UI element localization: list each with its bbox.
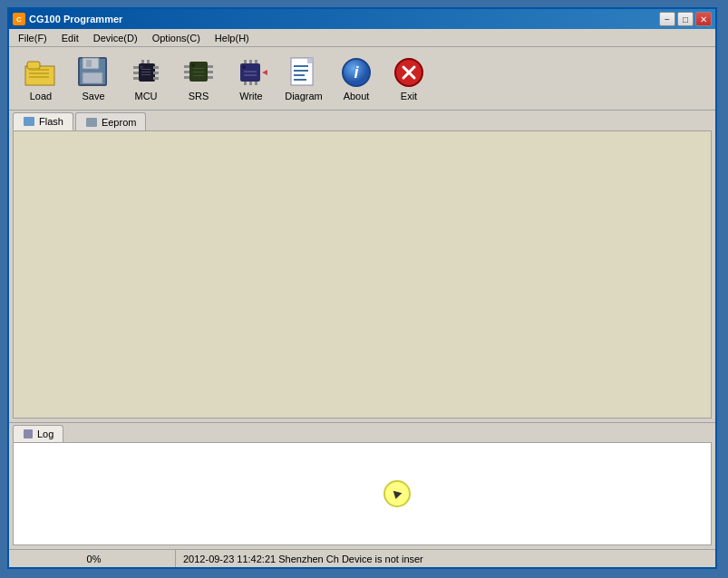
- svg-rect-26: [208, 65, 213, 68]
- app-icon: C: [13, 13, 25, 25]
- srs-icon: [182, 56, 215, 89]
- write-label: Write: [239, 91, 262, 101]
- svg-rect-37: [244, 82, 247, 85]
- menu-file[interactable]: File(F): [11, 31, 54, 45]
- svg-rect-35: [249, 60, 252, 63]
- close-button[interactable]: ✕: [695, 12, 712, 26]
- titlebar: C CG100 Programmer − □ ✕: [9, 9, 715, 29]
- save-icon: [77, 56, 110, 89]
- svg-rect-31: [193, 72, 204, 72]
- minimize-button[interactable]: −: [659, 12, 675, 26]
- titlebar-controls: − □ ✕: [659, 12, 712, 26]
- diagram-icon: [287, 56, 320, 89]
- svg-rect-36: [255, 60, 257, 63]
- svg-rect-57: [86, 118, 97, 127]
- about-label: About: [344, 91, 370, 101]
- svg-rect-56: [24, 117, 34, 126]
- log-tab-bar: Log: [9, 423, 715, 442]
- statusbar: 0% 2012-09-23 11:42:21 Shenzhen Ch Devic…: [9, 549, 715, 567]
- save-label: Save: [82, 91, 104, 101]
- diagram-button[interactable]: Diagram: [279, 52, 328, 106]
- svg-marker-43: [262, 70, 267, 75]
- about-button[interactable]: i About: [332, 52, 381, 106]
- svg-rect-24: [184, 71, 189, 73]
- svg-rect-42: [244, 74, 257, 76]
- svg-rect-58: [24, 429, 33, 438]
- svg-point-40: [242, 65, 246, 69]
- load-icon: [24, 56, 57, 89]
- menu-edit[interactable]: Edit: [54, 31, 86, 45]
- status-progress: 0%: [13, 550, 176, 567]
- log-content: [13, 442, 712, 545]
- about-icon: i: [340, 56, 373, 89]
- svg-rect-39: [255, 82, 257, 85]
- svg-rect-32: [193, 75, 204, 76]
- main-display: [13, 130, 712, 419]
- svg-rect-14: [153, 72, 159, 74]
- window-title: CG100 Programmer: [29, 14, 122, 24]
- diagram-label: Diagram: [285, 91, 323, 101]
- svg-rect-25: [184, 76, 189, 79]
- write-button[interactable]: Write: [227, 52, 276, 106]
- main-tab-bar: Flash Eeprom: [9, 111, 715, 130]
- svg-rect-17: [147, 60, 150, 63]
- svg-rect-49: [294, 74, 305, 76]
- svg-rect-21: [141, 74, 150, 75]
- svg-rect-23: [184, 65, 189, 68]
- svg-rect-30: [193, 68, 204, 69]
- svg-rect-50: [294, 79, 306, 81]
- svg-point-18: [140, 65, 143, 69]
- svg-rect-12: [133, 77, 139, 80]
- cursor-arrow: [392, 491, 403, 500]
- svg-rect-47: [294, 65, 308, 67]
- svg-rect-3: [29, 72, 49, 74]
- svg-rect-15: [153, 77, 159, 80]
- tab-flash[interactable]: Flash: [13, 112, 73, 130]
- svg-rect-2: [29, 69, 49, 71]
- srs-button[interactable]: SRS: [174, 52, 223, 106]
- toolbar: Load Save: [9, 47, 715, 111]
- load-button[interactable]: Load: [16, 52, 65, 106]
- exit-button[interactable]: Exit: [384, 52, 433, 106]
- svg-rect-4: [29, 76, 49, 78]
- mcu-label: MCU: [134, 91, 157, 101]
- log-tab-label: Log: [37, 429, 53, 439]
- menu-options[interactable]: Options(C): [145, 31, 208, 45]
- maximize-button[interactable]: □: [677, 12, 694, 26]
- tab-eeprom[interactable]: Eeprom: [75, 112, 147, 130]
- save-button[interactable]: Save: [69, 52, 118, 106]
- mcu-icon: [130, 56, 162, 89]
- svg-rect-10: [133, 66, 139, 69]
- svg-rect-34: [244, 60, 247, 63]
- svg-rect-1: [27, 62, 40, 69]
- svg-rect-28: [208, 76, 213, 79]
- load-label: Load: [30, 91, 52, 101]
- svg-point-29: [191, 63, 195, 67]
- svg-rect-41: [244, 71, 257, 72]
- svg-rect-27: [208, 71, 213, 73]
- svg-rect-16: [141, 60, 144, 63]
- cursor-indicator: [383, 480, 411, 507]
- svg-rect-19: [141, 69, 150, 70]
- write-icon: [235, 56, 267, 89]
- status-message-text: 2012-09-23 11:42:21 Shenzhen Ch Device i…: [183, 554, 423, 564]
- svg-rect-48: [294, 70, 308, 72]
- log-section: Log: [9, 422, 715, 549]
- srs-label: SRS: [189, 91, 209, 101]
- progress-text: 0%: [87, 554, 102, 564]
- menu-help[interactable]: Help(H): [208, 31, 257, 45]
- tab-eeprom-label: Eeprom: [102, 117, 137, 128]
- svg-rect-8: [83, 72, 102, 83]
- main-window: C CG100 Programmer − □ ✕ File(F) Edit De…: [7, 7, 717, 569]
- mcu-button[interactable]: MCU: [121, 52, 170, 106]
- svg-rect-38: [249, 82, 252, 85]
- tab-flash-label: Flash: [39, 116, 63, 127]
- exit-label: Exit: [401, 91, 417, 101]
- content-area: Flash Eeprom Log: [9, 111, 715, 549]
- menubar: File(F) Edit Device(D) Options(C) Help(H…: [9, 29, 715, 47]
- svg-rect-13: [153, 66, 159, 69]
- menu-device[interactable]: Device(D): [86, 31, 145, 45]
- svg-rect-11: [133, 72, 139, 74]
- svg-rect-20: [141, 72, 150, 72]
- tab-log[interactable]: Log: [13, 425, 63, 442]
